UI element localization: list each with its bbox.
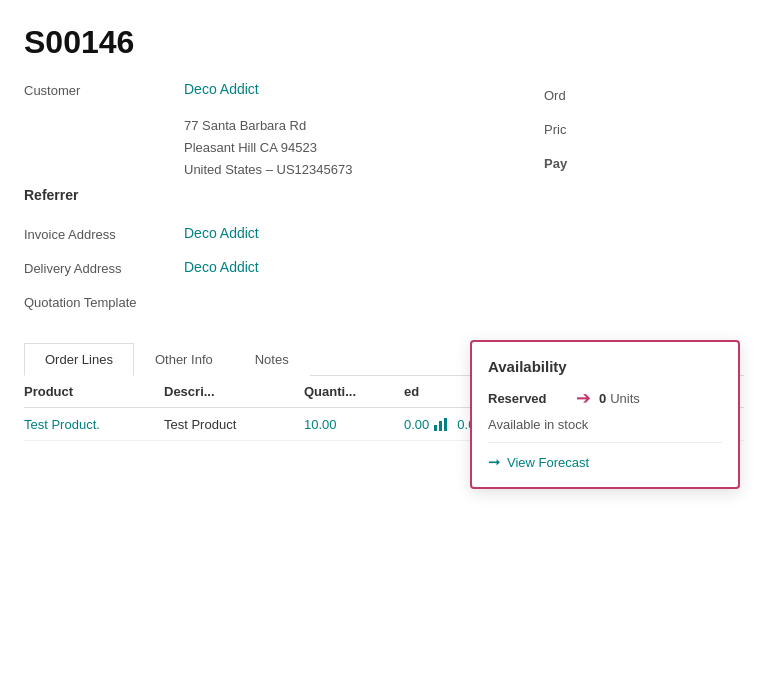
right-ord-label: Ord (544, 88, 604, 103)
availability-popup: Availability Reserved ➔ 0 Units Availabl… (470, 340, 740, 489)
popup-reserved-value: 0 (599, 391, 606, 406)
delivery-label: Delivery Address (24, 259, 184, 276)
customer-label: Customer (24, 81, 184, 98)
address-line1: 77 Santa Barbara Rd (184, 115, 524, 137)
popup-units-label: Units (610, 391, 640, 406)
invoice-value[interactable]: Deco Addict (184, 225, 524, 241)
form-section: Customer Deco Addict 77 Santa Barbara Rd… (24, 81, 744, 327)
referrer-label: Referrer (24, 187, 78, 203)
tab-notes[interactable]: Notes (234, 343, 310, 376)
col-header-descri: Descri... (164, 384, 304, 399)
right-pay-label: Pay (544, 156, 604, 171)
popup-reserved-label: Reserved (488, 391, 568, 406)
popup-arrow-icon: ➔ (576, 387, 591, 409)
right-ord-row: Ord (544, 81, 744, 109)
main-page: S00146 Customer Deco Addict 77 Santa Bar… (0, 0, 768, 673)
cell-quantity: 10.00 (304, 417, 404, 432)
address-line3: United States – US12345673 (184, 159, 524, 181)
right-pric-label: Pric (544, 122, 604, 137)
right-pay-row: Pay (544, 149, 744, 177)
address-line2: Pleasant Hill CA 94523 (184, 137, 524, 159)
right-pric-row: Pric (544, 115, 744, 143)
address-block: 77 Santa Barbara Rd Pleasant Hill CA 945… (184, 115, 524, 181)
view-forecast-button[interactable]: ➞ View Forecast (488, 453, 722, 471)
delivery-row: Delivery Address Deco Addict (24, 259, 524, 287)
form-right: Ord Pric Pay (524, 81, 744, 327)
forecast-arrow-icon: ➞ (488, 453, 501, 471)
invoice-row: Invoice Address Deco Addict (24, 225, 524, 253)
view-forecast-label: View Forecast (507, 455, 589, 470)
popup-title: Availability (488, 358, 722, 375)
page-title: S00146 (24, 24, 744, 61)
delivery-value[interactable]: Deco Addict (184, 259, 524, 275)
quotation-row: Quotation Template (24, 293, 524, 321)
svg-rect-1 (439, 421, 442, 431)
col-header-product: Product (24, 384, 164, 399)
cell-description: Test Product (164, 417, 304, 432)
tab-order-lines[interactable]: Order Lines (24, 343, 134, 376)
cell-product[interactable]: Test Product. (24, 417, 164, 432)
svg-rect-0 (434, 425, 437, 431)
popup-reserved-row: Reserved ➔ 0 Units (488, 387, 722, 409)
svg-rect-2 (444, 418, 447, 431)
popup-divider (488, 442, 722, 443)
cell-reserved: 0.00 (404, 417, 429, 432)
form-left: Customer Deco Addict 77 Santa Barbara Rd… (24, 81, 524, 327)
referrer-row: Referrer (24, 187, 524, 215)
tab-other-info[interactable]: Other Info (134, 343, 234, 376)
customer-row: Customer Deco Addict (24, 81, 524, 109)
col-header-quanti: Quanti... (304, 384, 404, 399)
customer-value[interactable]: Deco Addict (184, 81, 524, 97)
quotation-label: Quotation Template (24, 293, 184, 310)
popup-available-text: Available in stock (488, 417, 722, 432)
invoice-label: Invoice Address (24, 225, 184, 242)
forecast-chart-icon[interactable] (433, 416, 449, 432)
